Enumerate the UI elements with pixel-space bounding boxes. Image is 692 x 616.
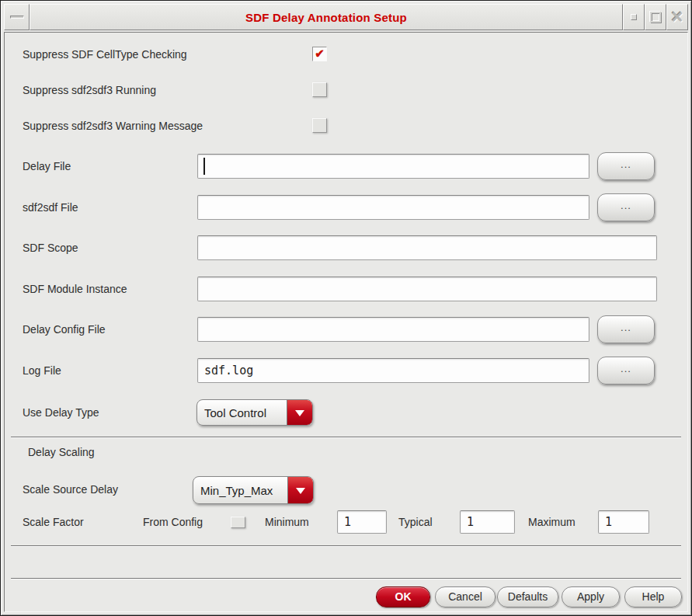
titlebar: SDF Delay Annotation Setup ✕ xyxy=(4,4,688,30)
iconify-button[interactable] xyxy=(623,4,645,30)
suppress-celltype-label: Suppress SDF CellType Checking xyxy=(23,48,187,61)
use-delay-type-label: Use Delay Type xyxy=(23,399,99,426)
check-icon: ✔ xyxy=(315,47,325,59)
log-file-input[interactable] xyxy=(197,358,589,383)
minimum-label: Minimum xyxy=(265,510,309,534)
use-delay-type-dropdown[interactable]: Tool Control xyxy=(196,399,313,426)
log-file-browse-button[interactable]: ... xyxy=(597,357,655,385)
typical-input[interactable] xyxy=(460,510,515,534)
sdf2sdf-file-label: sdf2sdf File xyxy=(23,195,78,220)
dialog-content: Suppress SDF CellType Checking ✔ Suppres… xyxy=(4,32,688,612)
suppress-running-checkbox[interactable]: ✔ xyxy=(312,82,327,97)
delay-file-browse-button[interactable]: ... xyxy=(597,152,655,180)
suppress-warning-label: Suppress sdf2sdf3 Warning Message xyxy=(23,120,203,132)
defaults-button[interactable]: Defaults xyxy=(497,586,558,607)
typical-label: Typical xyxy=(398,510,433,534)
apply-button[interactable]: Apply xyxy=(562,586,620,607)
suppress-running-label: Suppress sdf2sdf3 Running xyxy=(23,84,156,96)
maximize-button[interactable] xyxy=(645,4,666,30)
cancel-button[interactable]: Cancel xyxy=(435,586,496,607)
help-button[interactable]: Help xyxy=(624,586,682,607)
sdf2sdf-file-input[interactable] xyxy=(197,195,589,220)
delay-file-label: Delay File xyxy=(23,154,71,179)
delay-scaling-section-label: Delay Scaling xyxy=(28,446,95,458)
dropdown-arrow-icon xyxy=(287,477,313,503)
window-menu-dash-icon xyxy=(10,16,24,19)
scale-source-delay-value: Min_Typ_Max xyxy=(193,477,287,503)
scale-source-delay-dropdown[interactable]: Min_Typ_Max xyxy=(193,476,314,504)
suppress-warning-checkbox[interactable]: ✔ xyxy=(312,118,327,133)
close-button[interactable]: ✕ xyxy=(666,4,688,30)
maximum-input[interactable] xyxy=(598,510,649,534)
scale-source-delay-label: Scale Source Delay xyxy=(23,475,118,503)
sdf-scope-input[interactable] xyxy=(197,235,657,260)
use-delay-type-value: Tool Control xyxy=(197,400,287,425)
button-area-separator xyxy=(11,578,681,579)
sdf-delay-annotation-dialog: SDF Delay Annotation Setup ✕ Suppress SD… xyxy=(0,0,692,616)
suppress-celltype-checkbox[interactable]: ✔ xyxy=(312,47,327,61)
maximize-icon xyxy=(650,12,661,23)
delay-config-file-browse-button[interactable]: ... xyxy=(597,315,655,343)
section-separator xyxy=(11,545,681,547)
close-icon: ✕ xyxy=(671,9,684,25)
ok-button[interactable]: OK xyxy=(376,586,430,607)
window-menu-button[interactable] xyxy=(4,4,30,30)
iconify-icon xyxy=(631,14,637,20)
minimum-input[interactable] xyxy=(337,510,387,534)
from-config-label: From Config xyxy=(143,510,203,534)
delay-config-file-input[interactable] xyxy=(197,317,589,342)
text-cursor xyxy=(203,158,205,175)
section-separator xyxy=(11,437,681,438)
sdf-module-instance-label: SDF Module Instance xyxy=(23,277,127,301)
maximum-label: Maximum xyxy=(528,510,576,534)
log-file-label: Log File xyxy=(23,358,61,383)
sdf-module-instance-input[interactable] xyxy=(197,277,657,301)
titlebar-title-area: SDF Delay Annotation Setup xyxy=(30,4,623,30)
sdf2sdf-file-browse-button[interactable]: ... xyxy=(597,193,655,221)
dropdown-arrow-icon xyxy=(287,400,312,425)
delay-config-file-label: Delay Config File xyxy=(23,317,106,342)
delay-file-input[interactable] xyxy=(197,154,589,179)
from-config-checkbox[interactable]: ✔ xyxy=(231,517,245,528)
sdf-scope-label: SDF Scope xyxy=(23,235,78,260)
window-title: SDF Delay Annotation Setup xyxy=(245,11,407,24)
scale-factor-label: Scale Factor xyxy=(23,510,84,534)
